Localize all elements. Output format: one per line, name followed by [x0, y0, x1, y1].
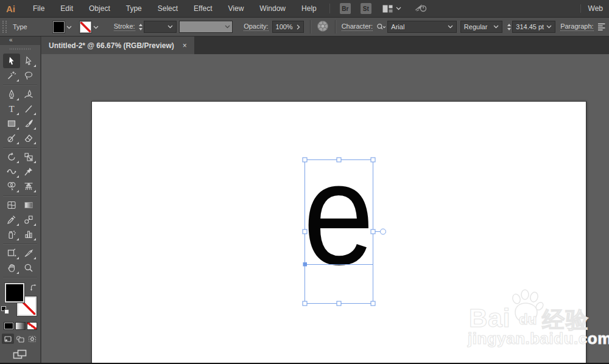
tool-rectangle[interactable]	[3, 116, 20, 131]
bridge-button[interactable]: Br	[340, 3, 351, 14]
fill-color-control[interactable]	[53, 21, 74, 33]
arrange-documents-button[interactable]	[382, 5, 401, 13]
tool-direct-selection[interactable]	[20, 54, 37, 68]
paintbrush-icon	[24, 119, 33, 128]
opacity-field[interactable]: 100%	[272, 21, 304, 33]
tool-artboard[interactable]	[3, 246, 20, 261]
tool-paintbrush[interactable]	[20, 116, 37, 131]
tool-rotate[interactable]	[3, 150, 20, 164]
swap-arrows-icon	[30, 284, 38, 292]
swap-fill-stroke-button[interactable]	[30, 283, 38, 294]
tool-mesh[interactable]	[3, 198, 20, 212]
tool-puppet-warp[interactable]	[20, 164, 37, 179]
stroke-weight-field[interactable]	[144, 21, 177, 33]
tools-panel-collapse[interactable]: «	[0, 37, 40, 45]
font-search-icon[interactable]	[376, 23, 385, 30]
paint-gradient-button[interactable]	[15, 322, 26, 330]
stroke-color-dropdown[interactable]	[91, 22, 100, 32]
menu-help[interactable]: Help	[294, 4, 325, 13]
character-panel-link[interactable]: Character:	[342, 23, 373, 31]
menu-object[interactable]: Object	[81, 4, 118, 13]
menu-file[interactable]: File	[25, 4, 52, 13]
tool-magic-wand[interactable]	[3, 68, 20, 83]
stepper-up-icon	[139, 24, 143, 26]
perspective-grid-icon	[24, 181, 33, 191]
tools-panel-grip[interactable]	[10, 48, 30, 50]
stroke-color-swatch[interactable]	[80, 21, 91, 33]
tab-close-icon[interactable]: ×	[183, 41, 187, 50]
fill-color-swatch[interactable]	[53, 21, 65, 33]
eraser-icon	[24, 133, 33, 143]
chevron-down-icon	[396, 7, 401, 10]
flyout-indicator	[16, 257, 19, 259]
column-graph-icon	[24, 229, 33, 239]
recolor-artwork-button[interactable]	[317, 20, 329, 33]
tool-shaper[interactable]	[3, 131, 20, 145]
font-size-stepper[interactable]	[507, 24, 511, 30]
rectangle-icon	[7, 119, 16, 128]
font-size-field[interactable]: 314.45 pt	[512, 21, 555, 33]
fill-proxy-black[interactable]	[5, 283, 24, 303]
tools-panel: «	[0, 37, 41, 364]
stroke-panel-link[interactable]: Stroke:	[114, 23, 135, 31]
tool-scale[interactable]	[20, 150, 37, 164]
tool-gradient[interactable]	[20, 198, 37, 212]
tool-blend[interactable]	[20, 212, 37, 227]
tool-column-graph[interactable]	[20, 227, 37, 242]
opacity-panel-link[interactable]: Opacity:	[244, 23, 268, 31]
font-family-field[interactable]: Arial	[387, 21, 457, 33]
chevron-down-icon	[448, 25, 453, 29]
tool-type[interactable]: T	[3, 102, 20, 116]
tool-selection[interactable]	[3, 54, 20, 68]
tool-zoom[interactable]	[20, 261, 37, 275]
tool-symbol-sprayer[interactable]	[3, 227, 20, 242]
paint-none-button[interactable]	[27, 322, 37, 330]
tool-curvature[interactable]	[20, 87, 37, 102]
menu-edit[interactable]: Edit	[52, 4, 81, 13]
chevron-right-icon	[297, 24, 300, 30]
paint-color-button[interactable]	[4, 322, 14, 330]
font-style-dropdown[interactable]: Regular	[460, 21, 502, 33]
canvas[interactable]: Bai du 经验 jingyan.baidu.com	[41, 54, 609, 364]
artboard[interactable]	[91, 101, 586, 364]
tool-eyedropper[interactable]	[3, 212, 20, 227]
gpu-performance-button[interactable]	[415, 3, 428, 15]
tool-group-divider	[3, 147, 37, 148]
tool-lasso[interactable]	[20, 68, 37, 83]
tool-width[interactable]	[3, 164, 20, 179]
draw-behind-button[interactable]	[14, 334, 26, 344]
flyout-indicator	[33, 142, 36, 144]
draw-inside-button[interactable]	[26, 334, 38, 344]
tool-perspective-grid[interactable]	[20, 179, 37, 194]
panel-grip[interactable]	[2, 21, 7, 33]
flyout-indicator	[33, 190, 36, 192]
stroke-weight-stepper[interactable]	[139, 24, 143, 30]
menu-view[interactable]: View	[220, 4, 252, 13]
workspace-switcher[interactable]: Web	[580, 4, 609, 13]
fill-color-dropdown[interactable]	[65, 22, 74, 32]
line-segment-icon	[24, 104, 33, 114]
tool-hand[interactable]	[3, 261, 20, 275]
draw-normal-button[interactable]	[2, 334, 14, 344]
tool-line-segment[interactable]	[20, 102, 37, 116]
tool-pen[interactable]	[3, 87, 20, 102]
control-bar: Type Stroke: Opacity: 100%	[0, 17, 609, 37]
default-fill-stroke-button[interactable]	[1, 306, 10, 315]
fill-stroke-widget	[1, 282, 40, 318]
tool-shape-builder[interactable]	[3, 179, 20, 194]
menu-type[interactable]: Type	[118, 4, 150, 13]
stock-button[interactable]: St	[361, 3, 371, 14]
stroke-color-control[interactable]	[80, 21, 100, 33]
align-left-icon[interactable]	[597, 23, 605, 31]
menu-effect[interactable]: Effect	[186, 4, 220, 13]
menu-select[interactable]: Select	[150, 4, 186, 13]
flyout-indicator	[16, 175, 19, 178]
document-tab[interactable]: Untitled-2* @ 66.67% (RGB/Preview) ×	[41, 37, 194, 54]
controlbar-divider	[310, 20, 311, 33]
tool-slice[interactable]	[20, 246, 37, 261]
paragraph-panel-link[interactable]: Paragraph:	[560, 23, 593, 31]
tool-eraser[interactable]	[20, 131, 37, 145]
brush-definition-dropdown[interactable]	[179, 21, 233, 33]
change-screen-mode-button[interactable]	[13, 349, 27, 362]
menu-window[interactable]: Window	[252, 4, 294, 13]
